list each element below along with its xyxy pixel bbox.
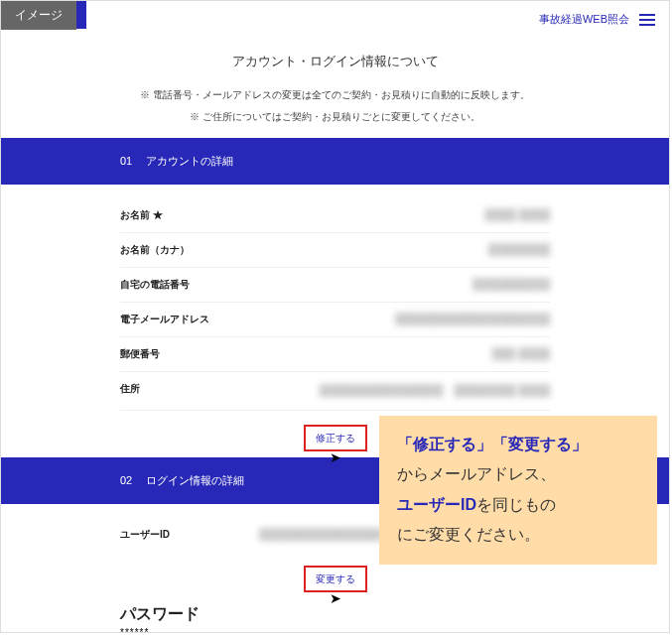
callout-t4: にご変更ください。 [397,526,540,543]
label: お名前 ★ [120,208,259,222]
value: ██████████ [259,278,550,292]
callout-em3: ユーザーID [397,496,476,513]
highlight: 修正する [304,425,367,451]
row-phone: 自宅の電話番号██████████ [120,268,550,303]
cursor-icon: ➤ [330,590,341,606]
row-name: お名前 ★████ ████ [120,198,550,233]
page-title: アカウント・ログイン情報について [1,53,669,70]
value: ████ ████ [259,208,550,222]
value: ███-████ [259,347,550,361]
section-num: 01 [120,155,132,167]
section-num: 02 [120,474,132,486]
section-title: アカウントの詳細 [146,155,233,167]
label: ユーザーID [120,528,259,542]
callout-em1: 「修正する」「変更する」 [397,436,588,452]
label: 住所 [120,382,259,400]
highlight: 変更する [304,566,367,592]
value: ████████ [259,243,550,257]
instruction-callout: 「修正する」「変更する」 からメールアドレス、 ユーザーIDを同じもの にご変更… [379,416,657,565]
header-link[interactable]: 事故経過WEB照会 [539,12,655,27]
cursor-icon: ➤ [330,449,341,465]
change-userid-button[interactable]: 変更する [310,570,361,589]
image-badge: イメージ [1,1,76,30]
callout-t2: からメールアドレス、 [397,465,556,482]
section-title: ログイン情報の詳細 [146,474,244,486]
callout-t3: を同じもの [476,496,556,513]
label: パスワード [120,604,259,625]
row-postal: 郵便番号███-████ [120,337,550,372]
edit-button[interactable]: 修正する [310,429,361,448]
label: 自宅の電話番号 [120,278,259,292]
label: お名前（カナ） [120,243,259,257]
row-kana: お名前（カナ）████████ [120,233,550,268]
label: 郵便番号 [120,347,259,361]
menu-icon[interactable] [639,14,655,26]
row-email: 電子メールアドレス████████████████████ [120,303,550,337]
header-link-label: 事故経過WEB照会 [539,12,629,27]
page-note-1: ※ 電話番号・メールアドレスの変更は全てのご契約・お見積りに自動的に反映します。 [1,88,669,102]
row-address: 住所████████████████ ████████ ████ [120,372,550,411]
header: 事故経過WEB照会 [1,1,669,31]
value: ████████████████████ [259,313,550,326]
value: ████████████████ ████████ ████ [259,382,550,400]
password-dots: ****** [120,627,550,635]
label: 電子メールアドレス [120,313,259,326]
page-note-2: ※ ご住所についてはご契約・お見積りごとに変更してください。 [1,110,669,124]
section-header-account: 01アカウントの詳細 [1,138,669,185]
